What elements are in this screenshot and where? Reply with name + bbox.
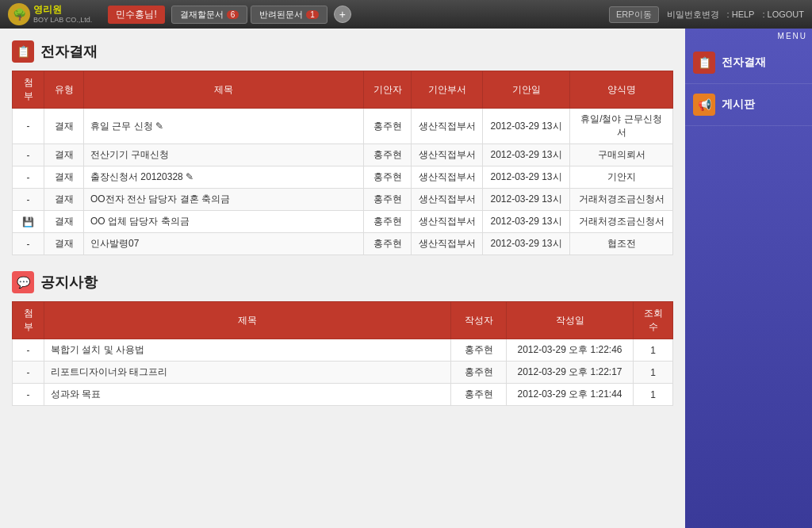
- logo-text: 영리원 BOY LAB CO.,Ltd.: [33, 4, 92, 24]
- date-cell: 2012-03-29 13시: [483, 233, 570, 255]
- title-cell[interactable]: 전산기기 구매신청: [84, 144, 364, 166]
- attach-cell: -: [13, 384, 44, 406]
- sidebar-board-icon: 📢: [693, 94, 715, 116]
- add-button[interactable]: +: [334, 6, 351, 23]
- attach-cell: 💾: [13, 211, 44, 233]
- logo-name-bottom: BOY LAB CO.,Ltd.: [33, 16, 92, 25]
- sidebar: MENU 📋 전자결재 📢 게시판: [685, 29, 812, 528]
- form-cell: 기안지: [570, 166, 673, 189]
- title-cell[interactable]: 성과와 목표: [44, 384, 451, 406]
- dept-cell: 생산직접부서: [412, 233, 483, 255]
- erp-button[interactable]: ERP이동: [609, 6, 659, 23]
- password-change-link[interactable]: 비밀번호변경: [667, 9, 719, 21]
- sidebar-menu-label: MENU: [685, 29, 812, 42]
- type-cell: 결재: [44, 144, 84, 166]
- doc-btn-label: 결재할문서: [180, 9, 224, 21]
- approval-section-title: 전자결재: [40, 42, 98, 61]
- approval-col-attach: 첨부: [13, 71, 44, 109]
- dept-cell: 생산직접부서: [412, 109, 483, 144]
- attach-cell: -: [13, 166, 44, 189]
- help-link[interactable]: : HELP: [727, 10, 755, 19]
- approval-col-type: 유형: [44, 71, 84, 109]
- approval-col-date: 기안일: [483, 71, 570, 109]
- notice-section-icon: 💬: [12, 271, 34, 293]
- attach-cell: -: [13, 144, 44, 166]
- approval-row[interactable]: - 결재 OO전자 전산 담당자 결혼 축의금 홍주현 생산직접부서 2012-…: [13, 189, 673, 211]
- author-cell: 홍주현: [364, 189, 412, 211]
- title-cell[interactable]: 인사발령07: [84, 233, 364, 255]
- author-cell: 홍주현: [364, 109, 412, 144]
- approval-col-author: 기안자: [364, 71, 412, 109]
- attach-cell: -: [13, 233, 44, 255]
- title-cell[interactable]: OO전자 전산 담당자 결혼 축의금: [84, 189, 364, 211]
- approval-row[interactable]: - 결재 출장신청서 20120328 ✎ 홍주현 생산직접부서 2012-03…: [13, 166, 673, 189]
- author-cell: 홍주현: [451, 362, 507, 384]
- sidebar-item-approval[interactable]: 📋 전자결재: [685, 42, 812, 84]
- author-cell: 홍주현: [364, 233, 412, 255]
- notice-row[interactable]: - 성과와 목표 홍주현 2012-03-29 오후 1:21:44 1: [13, 384, 673, 406]
- date-cell: 2012-03-29 오후 1:22:46: [507, 339, 634, 362]
- logout-link[interactable]: : LOGOUT: [762, 10, 804, 19]
- notice-section-header: 💬 공지사항: [12, 271, 673, 293]
- nav-buttons: 결재할문서 6 반려된문서 1 +: [171, 6, 351, 24]
- approval-table: 첨부 유형 제목 기안자 기안부서 기안일 양식명 - 결재 휴일 근무 신청 …: [12, 71, 673, 255]
- notice-row[interactable]: - 리포트디자이너와 태그프리 홍주현 2012-03-29 오후 1:22:1…: [13, 362, 673, 384]
- notice-section-title: 공지사항: [40, 273, 98, 292]
- date-cell: 2012-03-29 오후 1:21:44: [507, 384, 634, 406]
- views-cell: 1: [634, 339, 673, 362]
- title-cell[interactable]: 복합기 설치 및 사용법: [44, 339, 451, 362]
- content-area: 📋 전자결재 첨부 유형 제목 기안자 기안부서 기안일 양식명 - 결재 휴일…: [0, 29, 685, 528]
- sidebar-board-label: 게시판: [722, 98, 755, 112]
- sidebar-approval-icon: 📋: [693, 52, 715, 74]
- author-cell: 홍주현: [364, 144, 412, 166]
- notice-col-attach: 첨부: [13, 302, 44, 339]
- approval-row[interactable]: - 결재 전산기기 구매신청 홍주현 생산직접부서 2012-03-29 13시…: [13, 144, 673, 166]
- type-cell: 결재: [44, 189, 84, 211]
- approval-row[interactable]: - 결재 휴일 근무 신청 ✎ 홍주현 생산직접부서 2012-03-29 13…: [13, 109, 673, 144]
- title-cell[interactable]: 출장신청서 20120328 ✎: [84, 166, 364, 189]
- sidebar-approval-label: 전자결재: [722, 55, 766, 70]
- date-cell: 2012-03-29 13시: [483, 211, 570, 233]
- author-cell: 홍주현: [451, 384, 507, 406]
- user-greeting: 민수홍님!: [108, 6, 164, 24]
- notice-col-author: 작성자: [451, 302, 507, 339]
- form-cell: 거래처경조금신청서: [570, 189, 673, 211]
- notice-col-date: 작성일: [507, 302, 634, 339]
- attach-cell: -: [13, 339, 44, 362]
- returned-count: 1: [306, 10, 319, 19]
- notice-table: 첨부 제목 작성자 작성일 조회수 - 복합기 설치 및 사용법 홍주현 201…: [12, 301, 673, 406]
- sidebar-item-board[interactable]: 📢 게시판: [685, 84, 812, 126]
- type-cell: 결재: [44, 211, 84, 233]
- doc-button[interactable]: 결재할문서 6: [171, 6, 248, 24]
- author-cell: 홍주현: [364, 166, 412, 189]
- dept-cell: 생산직접부서: [412, 211, 483, 233]
- form-cell: 휴일/철야 근무신청서: [570, 109, 673, 144]
- approval-row[interactable]: 💾 결재 OO 업체 담당자 축의금 홍주현 생산직접부서 2012-03-29…: [13, 211, 673, 233]
- type-cell: 결재: [44, 166, 84, 189]
- approval-col-form: 양식명: [570, 71, 673, 109]
- type-cell: 결재: [44, 109, 84, 144]
- views-cell: 1: [634, 384, 673, 406]
- approval-section-header: 📋 전자결재: [12, 40, 673, 63]
- returned-button[interactable]: 반려된문서 1: [251, 6, 327, 24]
- form-cell: 구매의뢰서: [570, 144, 673, 166]
- returned-btn-label: 반려된문서: [259, 9, 303, 21]
- main-layout: 📋 전자결재 첨부 유형 제목 기안자 기안부서 기안일 양식명 - 결재 휴일…: [0, 29, 812, 528]
- date-cell: 2012-03-29 오후 1:22:17: [507, 362, 634, 384]
- form-cell: 거래처경조금신청서: [570, 211, 673, 233]
- approval-col-title: 제목: [84, 71, 364, 109]
- approval-row[interactable]: - 결재 인사발령07 홍주현 생산직접부서 2012-03-29 13시 협조…: [13, 233, 673, 255]
- title-cell[interactable]: OO 업체 담당자 축의금: [84, 211, 364, 233]
- attach-cell: -: [13, 109, 44, 144]
- header-right: ERP이동 비밀번호변경 : HELP : LOGOUT: [609, 6, 804, 23]
- dept-cell: 생산직접부서: [412, 189, 483, 211]
- type-cell: 결재: [44, 233, 84, 255]
- author-cell: 홍주현: [364, 211, 412, 233]
- notice-row[interactable]: - 복합기 설치 및 사용법 홍주현 2012-03-29 오후 1:22:46…: [13, 339, 673, 362]
- approval-section-icon: 📋: [12, 40, 34, 63]
- approval-col-dept: 기안부서: [412, 71, 483, 109]
- title-cell[interactable]: 리포트디자이너와 태그프리: [44, 362, 451, 384]
- logo-name-top: 영리원: [33, 4, 92, 15]
- form-cell: 협조전: [570, 233, 673, 255]
- title-cell[interactable]: 휴일 근무 신청 ✎: [84, 109, 364, 144]
